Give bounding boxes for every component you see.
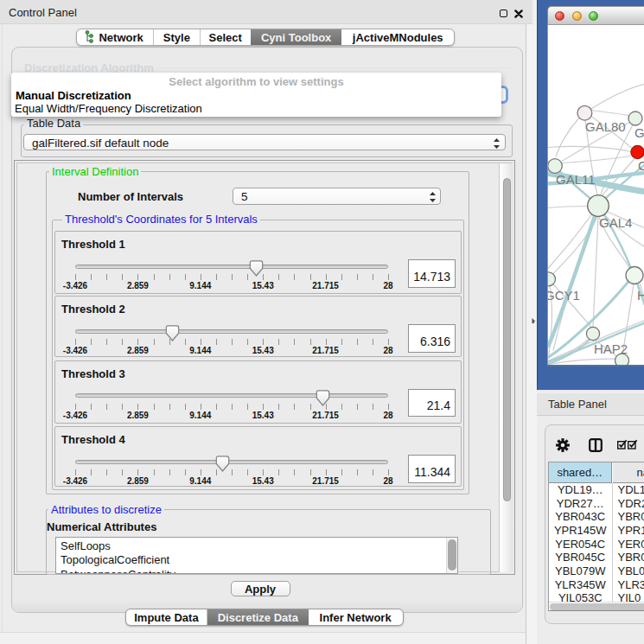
svg-text:C1: C1	[638, 157, 644, 172]
svg-text:GA: GA	[634, 124, 644, 139]
svg-text:GCY1: GCY1	[548, 287, 580, 302]
svg-text:GAL80: GAL80	[585, 118, 626, 133]
svg-text:GAL11: GAL11	[556, 171, 596, 186]
svg-text:GAL4: GAL4	[599, 214, 632, 229]
svg-text:HAP2: HAP2	[594, 341, 628, 355]
svg-text:HI: HI	[637, 287, 644, 302]
